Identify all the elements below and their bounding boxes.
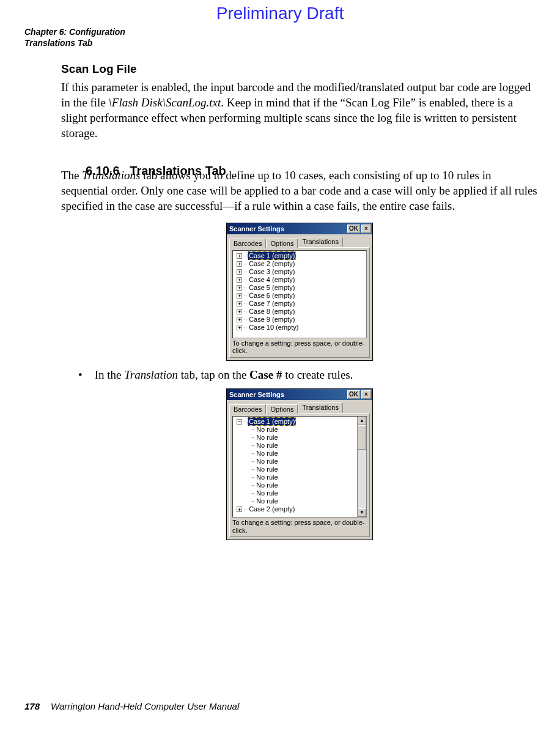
tree-label: No rule xyxy=(255,442,279,449)
expand-icon[interactable]: + xyxy=(237,507,242,512)
expand-icon[interactable]: + xyxy=(237,293,242,299)
tree-item-case-2[interactable]: +··Case 2 (empty) xyxy=(234,260,366,268)
tree-label: Case 4 (empty) xyxy=(248,276,296,283)
tree-item-rule[interactable]: ···No rule xyxy=(234,489,366,497)
case-tree-expanded[interactable]: −··Case 1 (empty) ···No rule ···No rule … xyxy=(232,416,367,518)
title-bar-text: Scanner Settings xyxy=(229,389,284,400)
hint-text: To change a setting: press space, or dou… xyxy=(232,338,367,355)
close-button[interactable]: × xyxy=(361,390,371,399)
tree-item-rule[interactable]: ···No rule xyxy=(234,426,366,434)
title-bar-text: Scanner Settings xyxy=(229,223,284,234)
tree-label: No rule xyxy=(255,473,279,481)
tab-translations[interactable]: Translations xyxy=(298,403,343,413)
header-chapter: Chapter 6: Configuration xyxy=(24,27,125,38)
tree-scrollbar[interactable]: ▲ ▼ xyxy=(357,417,366,517)
tree-label: Case 5 (empty) xyxy=(248,284,296,291)
expand-icon[interactable]: + xyxy=(237,317,242,322)
tree-label: No rule xyxy=(255,458,279,465)
scroll-thumb[interactable] xyxy=(358,425,366,450)
tree-item-rule[interactable]: ···No rule xyxy=(234,466,366,473)
translations-paragraph: The Translations tab allows you to defin… xyxy=(61,149,538,213)
tree-label: Case 8 (empty) xyxy=(248,308,296,315)
tree-label: Case 3 (empty) xyxy=(248,268,296,275)
ok-button[interactable]: OK xyxy=(347,224,360,233)
tree-item-case-4[interactable]: +··Case 4 (empty) xyxy=(234,276,366,284)
expand-icon[interactable]: + xyxy=(237,301,242,306)
tab-barcodes[interactable]: Barcodes xyxy=(229,404,266,414)
scan-log-file-heading: Scan Log File xyxy=(61,62,538,76)
tree-label: Case 2 (empty) xyxy=(248,260,296,267)
tree-label: No rule xyxy=(255,489,279,497)
instruction-bullet: In the Translation tab, tap on the Case … xyxy=(78,367,538,382)
text: In the xyxy=(95,368,125,381)
hint-text: To change a setting: press space, or dou… xyxy=(232,518,367,534)
tree-label: No rule xyxy=(255,450,279,457)
tree-item-case-5[interactable]: +··Case 5 (empty) xyxy=(234,284,366,292)
running-header: Chapter 6: Configuration Translations Ta… xyxy=(24,27,125,48)
tree-item-rule[interactable]: ···No rule xyxy=(234,442,366,450)
tree-item-case-8[interactable]: +··Case 8 (empty) xyxy=(234,308,366,316)
expand-icon[interactable]: + xyxy=(237,277,242,283)
title-bar[interactable]: Scanner Settings OK × xyxy=(227,223,372,234)
text: to create rules. xyxy=(282,368,353,381)
text: The xyxy=(61,169,82,182)
tree-label: No rule xyxy=(255,466,279,473)
collapse-icon[interactable]: − xyxy=(237,419,242,425)
tree-label: No rule xyxy=(255,497,279,505)
tree-label: No rule xyxy=(255,434,279,441)
tab-strip: Barcodes Options Translations xyxy=(227,234,372,247)
tree-item-case-1-open[interactable]: −··Case 1 (empty) xyxy=(234,418,366,426)
tab-translations[interactable]: Translations xyxy=(298,237,343,247)
section-title: Translations Tab xyxy=(130,164,226,177)
scroll-up-icon[interactable]: ▲ xyxy=(358,417,366,425)
tree-label: Case 10 (empty) xyxy=(248,324,300,331)
title-bar[interactable]: Scanner Settings OK × xyxy=(227,389,372,400)
expand-icon[interactable]: + xyxy=(237,285,242,291)
tree-item-rule[interactable]: ···No rule xyxy=(234,450,366,458)
tab-strip: Barcodes Options Translations xyxy=(227,400,372,413)
tab-pane: +··Case 1 (empty) +··Case 2 (empty) +··C… xyxy=(229,247,370,358)
scanner-settings-dialog-2: Scanner Settings OK × Barcodes Options T… xyxy=(226,388,373,540)
text: tab, tap on the xyxy=(178,368,249,381)
tree-item-rule[interactable]: ···No rule xyxy=(234,497,366,505)
tree-item-case-3[interactable]: +··Case 3 (empty) xyxy=(234,268,366,276)
tree-label: No rule xyxy=(255,426,279,433)
page-footer: 178Warrington Hand-Held Computer User Ma… xyxy=(24,701,239,711)
tree-item-case-7[interactable]: +··Case 7 (empty) xyxy=(234,300,366,308)
tree-item-case-2[interactable]: +··Case 2 (empty) xyxy=(234,505,366,513)
expand-icon[interactable]: + xyxy=(237,261,242,267)
tree-label: Case 6 (empty) xyxy=(248,292,296,299)
page-number: 178 xyxy=(24,701,40,711)
expand-icon[interactable]: + xyxy=(237,309,242,314)
instruction-bold: Case # xyxy=(249,368,282,381)
tab-pane: −··Case 1 (empty) ···No rule ···No rule … xyxy=(229,413,370,537)
tree-item-rule[interactable]: ···No rule xyxy=(234,473,366,481)
section-number: 6.10.6 xyxy=(86,164,120,177)
tree-item-case-6[interactable]: +··Case 6 (empty) xyxy=(234,292,366,300)
close-button[interactable]: × xyxy=(361,224,371,233)
tree-label: No rule xyxy=(255,481,279,489)
header-section: Translations Tab xyxy=(24,38,125,49)
expand-icon[interactable]: + xyxy=(237,253,242,259)
expand-icon[interactable]: + xyxy=(237,325,242,330)
tree-item-rule[interactable]: ···No rule xyxy=(234,481,366,489)
tree-item-case-10[interactable]: +··Case 10 (empty) xyxy=(234,324,366,332)
tab-barcodes[interactable]: Barcodes xyxy=(229,239,266,248)
scan-log-path-italic: \Flash Disk\ScanLog.txt xyxy=(109,96,221,109)
expand-icon[interactable]: + xyxy=(237,269,242,275)
tree-item-case-9[interactable]: +··Case 9 (empty) xyxy=(234,316,366,324)
tree-label: Case 1 (empty) xyxy=(248,417,296,426)
tree-item-rule[interactable]: ···No rule xyxy=(234,434,366,442)
preliminary-draft-watermark: Preliminary Draft xyxy=(0,4,560,23)
scanner-settings-dialog-1: Scanner Settings OK × Barcodes Options T… xyxy=(226,223,373,361)
tab-options[interactable]: Options xyxy=(266,404,298,414)
manual-title: Warrington Hand-Held Computer User Manua… xyxy=(51,701,239,711)
scroll-down-icon[interactable]: ▼ xyxy=(358,508,366,517)
instruction-italic: Translation xyxy=(124,368,178,381)
tree-item-case-1[interactable]: +··Case 1 (empty) xyxy=(234,252,366,260)
tree-item-rule[interactable]: ···No rule xyxy=(234,458,366,466)
tree-label: Case 9 (empty) xyxy=(248,316,296,323)
ok-button[interactable]: OK xyxy=(347,390,360,399)
tab-options[interactable]: Options xyxy=(266,239,298,248)
case-tree[interactable]: +··Case 1 (empty) +··Case 2 (empty) +··C… xyxy=(232,250,367,338)
